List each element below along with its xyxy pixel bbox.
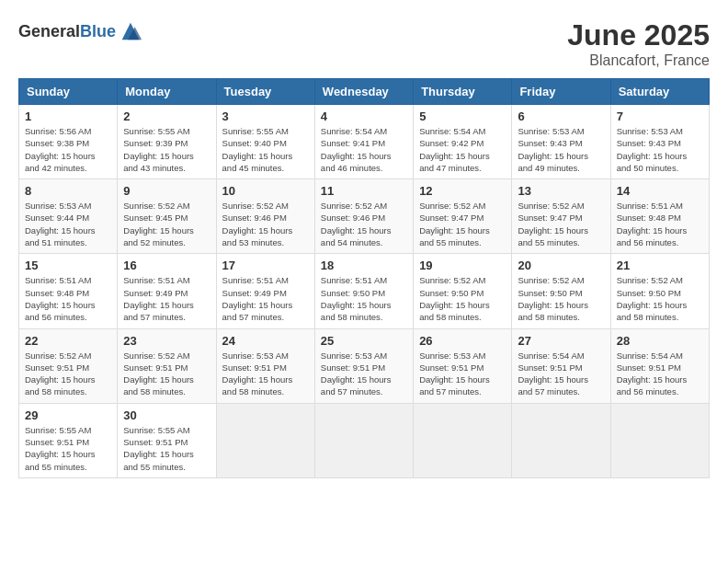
day-number: 30 (123, 408, 210, 422)
calendar-cell: 26Sunrise: 5:53 AM Sunset: 9:51 PM Dayli… (414, 328, 512, 403)
day-number: 27 (518, 334, 604, 348)
day-number: 3 (222, 109, 309, 123)
calendar-cell: 16Sunrise: 5:51 AM Sunset: 9:49 PM Dayli… (118, 254, 216, 328)
day-content: Sunrise: 5:51 AM Sunset: 9:50 PM Dayligh… (321, 274, 407, 323)
calendar-cell: 12Sunrise: 5:52 AM Sunset: 9:47 PM Dayli… (414, 179, 512, 254)
calendar-cell: 24Sunrise: 5:53 AM Sunset: 9:51 PM Dayli… (216, 328, 314, 403)
calendar-cell: 15Sunrise: 5:51 AM Sunset: 9:48 PM Dayli… (19, 254, 118, 328)
calendar-week-row: 8Sunrise: 5:53 AM Sunset: 9:44 PM Daylig… (19, 179, 710, 254)
logo-general: GeneralBlue (18, 22, 116, 41)
day-number: 8 (25, 184, 111, 198)
day-number: 26 (419, 334, 506, 348)
day-content: Sunrise: 5:53 AM Sunset: 9:43 PM Dayligh… (617, 125, 703, 174)
day-number: 7 (617, 109, 703, 123)
logo-icon (118, 18, 143, 44)
calendar-cell (314, 403, 413, 477)
day-number: 23 (123, 334, 210, 348)
weekday-header: Thursday (414, 79, 512, 105)
calendar-cell: 18Sunrise: 5:51 AM Sunset: 9:50 PM Dayli… (314, 254, 413, 328)
day-content: Sunrise: 5:51 AM Sunset: 9:49 PM Dayligh… (123, 274, 210, 323)
calendar-cell: 28Sunrise: 5:54 AM Sunset: 9:51 PM Dayli… (610, 328, 709, 403)
day-number: 2 (123, 109, 210, 123)
day-number: 19 (419, 259, 506, 272)
day-number: 20 (518, 259, 604, 272)
title-area: June 2025 Blancafort, France (567, 18, 710, 69)
calendar-cell: 25Sunrise: 5:53 AM Sunset: 9:51 PM Dayli… (314, 328, 413, 403)
day-number: 24 (222, 334, 309, 348)
calendar-cell: 13Sunrise: 5:52 AM Sunset: 9:47 PM Dayli… (512, 179, 610, 254)
day-content: Sunrise: 5:54 AM Sunset: 9:51 PM Dayligh… (518, 350, 604, 398)
day-content: Sunrise: 5:54 AM Sunset: 9:51 PM Dayligh… (617, 350, 703, 398)
day-number: 25 (321, 334, 407, 348)
day-number: 17 (222, 259, 309, 272)
day-content: Sunrise: 5:55 AM Sunset: 9:51 PM Dayligh… (25, 424, 111, 473)
calendar-week-row: 22Sunrise: 5:52 AM Sunset: 9:51 PM Dayli… (19, 328, 710, 403)
day-number: 11 (321, 184, 407, 198)
day-number: 5 (419, 109, 506, 123)
day-content: Sunrise: 5:52 AM Sunset: 9:51 PM Dayligh… (123, 350, 210, 398)
calendar-cell: 4Sunrise: 5:54 AM Sunset: 9:41 PM Daylig… (314, 105, 413, 179)
day-number: 21 (617, 259, 703, 272)
day-content: Sunrise: 5:52 AM Sunset: 9:47 PM Dayligh… (518, 200, 604, 248)
calendar-cell (610, 403, 709, 477)
day-number: 15 (25, 259, 111, 272)
day-content: Sunrise: 5:52 AM Sunset: 9:47 PM Dayligh… (419, 200, 506, 248)
calendar-cell: 30Sunrise: 5:55 AM Sunset: 9:51 PM Dayli… (118, 403, 216, 477)
month-title: June 2025 (567, 18, 710, 52)
calendar-cell: 1Sunrise: 5:56 AM Sunset: 9:38 PM Daylig… (19, 105, 118, 179)
calendar-week-row: 1Sunrise: 5:56 AM Sunset: 9:38 PM Daylig… (19, 105, 710, 179)
location-title: Blancafort, France (567, 52, 710, 69)
calendar-cell: 9Sunrise: 5:52 AM Sunset: 9:45 PM Daylig… (118, 179, 216, 254)
weekday-header: Monday (118, 79, 216, 105)
calendar-week-row: 15Sunrise: 5:51 AM Sunset: 9:48 PM Dayli… (19, 254, 710, 328)
day-content: Sunrise: 5:52 AM Sunset: 9:50 PM Dayligh… (419, 274, 506, 323)
calendar-week-row: 29Sunrise: 5:55 AM Sunset: 9:51 PM Dayli… (19, 403, 710, 477)
calendar-cell: 14Sunrise: 5:51 AM Sunset: 9:48 PM Dayli… (610, 179, 709, 254)
day-content: Sunrise: 5:52 AM Sunset: 9:50 PM Dayligh… (518, 274, 604, 323)
weekday-header: Saturday (610, 79, 709, 105)
calendar-cell: 3Sunrise: 5:55 AM Sunset: 9:40 PM Daylig… (216, 105, 314, 179)
day-number: 12 (419, 184, 506, 198)
day-content: Sunrise: 5:53 AM Sunset: 9:51 PM Dayligh… (419, 350, 506, 398)
day-number: 29 (25, 408, 111, 422)
calendar-cell: 27Sunrise: 5:54 AM Sunset: 9:51 PM Dayli… (512, 328, 610, 403)
weekday-header: Friday (512, 79, 610, 105)
calendar-cell: 6Sunrise: 5:53 AM Sunset: 9:43 PM Daylig… (512, 105, 610, 179)
logo-text-general: General (18, 22, 80, 40)
calendar-cell (216, 403, 314, 477)
logo: GeneralBlue (18, 18, 143, 44)
day-number: 6 (518, 109, 604, 123)
day-number: 9 (123, 184, 210, 198)
calendar-header-row: SundayMondayTuesdayWednesdayThursdayFrid… (19, 79, 710, 105)
calendar-cell: 8Sunrise: 5:53 AM Sunset: 9:44 PM Daylig… (19, 179, 118, 254)
calendar-cell: 7Sunrise: 5:53 AM Sunset: 9:43 PM Daylig… (610, 105, 709, 179)
calendar-cell: 21Sunrise: 5:52 AM Sunset: 9:50 PM Dayli… (610, 254, 709, 328)
day-content: Sunrise: 5:52 AM Sunset: 9:46 PM Dayligh… (222, 200, 309, 248)
day-content: Sunrise: 5:53 AM Sunset: 9:51 PM Dayligh… (321, 350, 407, 398)
day-number: 14 (617, 184, 703, 198)
day-number: 28 (617, 334, 703, 348)
calendar-cell: 11Sunrise: 5:52 AM Sunset: 9:46 PM Dayli… (314, 179, 413, 254)
day-content: Sunrise: 5:53 AM Sunset: 9:43 PM Dayligh… (518, 125, 604, 174)
day-content: Sunrise: 5:53 AM Sunset: 9:51 PM Dayligh… (222, 350, 309, 398)
day-content: Sunrise: 5:52 AM Sunset: 9:50 PM Dayligh… (617, 274, 703, 323)
day-content: Sunrise: 5:54 AM Sunset: 9:41 PM Dayligh… (321, 125, 407, 174)
day-content: Sunrise: 5:52 AM Sunset: 9:51 PM Dayligh… (25, 350, 111, 398)
calendar-cell: 2Sunrise: 5:55 AM Sunset: 9:39 PM Daylig… (118, 105, 216, 179)
calendar-cell: 5Sunrise: 5:54 AM Sunset: 9:42 PM Daylig… (414, 105, 512, 179)
day-content: Sunrise: 5:54 AM Sunset: 9:42 PM Dayligh… (419, 125, 506, 174)
calendar-cell (512, 403, 610, 477)
day-content: Sunrise: 5:52 AM Sunset: 9:46 PM Dayligh… (321, 200, 407, 248)
weekday-header: Tuesday (216, 79, 314, 105)
calendar-cell: 22Sunrise: 5:52 AM Sunset: 9:51 PM Dayli… (19, 328, 118, 403)
calendar-cell: 20Sunrise: 5:52 AM Sunset: 9:50 PM Dayli… (512, 254, 610, 328)
calendar-cell: 29Sunrise: 5:55 AM Sunset: 9:51 PM Dayli… (19, 403, 118, 477)
day-number: 18 (321, 259, 407, 272)
day-content: Sunrise: 5:51 AM Sunset: 9:48 PM Dayligh… (617, 200, 703, 248)
calendar-cell: 19Sunrise: 5:52 AM Sunset: 9:50 PM Dayli… (414, 254, 512, 328)
day-content: Sunrise: 5:55 AM Sunset: 9:51 PM Dayligh… (123, 424, 210, 473)
day-content: Sunrise: 5:55 AM Sunset: 9:40 PM Dayligh… (222, 125, 309, 174)
calendar-cell: 23Sunrise: 5:52 AM Sunset: 9:51 PM Dayli… (118, 328, 216, 403)
day-number: 22 (25, 334, 111, 348)
day-content: Sunrise: 5:56 AM Sunset: 9:38 PM Dayligh… (25, 125, 111, 174)
